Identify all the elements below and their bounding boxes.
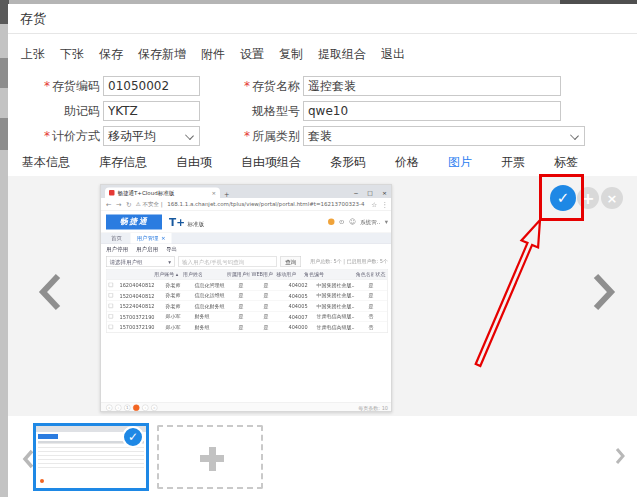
inventory-name-input[interactable] (303, 76, 561, 96)
toolbar-button[interactable]: 设置 (240, 46, 264, 62)
column-header: WEB用户 (249, 271, 274, 278)
browser-address-bar: ← → ↻ ⚠ 不安全 | 168.1.1.a.chanjet.com/tplu… (101, 198, 392, 211)
chanjet-logo: 畅捷通 (106, 214, 162, 229)
page-number: 1 (124, 405, 131, 412)
annotation-highlight-box (539, 174, 584, 221)
app-action-links: 用户停用用户启用导出 (101, 244, 392, 254)
app-action-link: 用户启用 (136, 245, 158, 253)
app-nav-tabs: 首页用户管理× (101, 233, 392, 244)
checkbox-icon (109, 314, 114, 319)
favicon-icon (109, 190, 115, 196)
tab[interactable]: 条形码 (330, 154, 366, 176)
column-header: 所属用户组 (225, 271, 250, 278)
add-image-dropzone[interactable] (157, 425, 263, 489)
checkbox-icon (109, 303, 114, 308)
category-select[interactable]: 套装 (303, 126, 585, 146)
maximize-icon: □ (367, 189, 373, 196)
url-text: 168.1.1.a.chanjet.com/tplus/view/portal/… (167, 201, 367, 208)
tab-close-icon: × (211, 190, 216, 197)
minimize-icon: − (353, 189, 358, 196)
thumbnails-scroll-right-button[interactable] (614, 446, 626, 466)
tab-strip: 基本信息库存信息自由项自由项组合条形码价格图片开票标签 (8, 154, 637, 176)
search-button: 查询 (280, 256, 301, 267)
user-search-input: 输入用户名/手机号码查询 (178, 256, 276, 267)
column-header: 角色名称 (354, 271, 374, 278)
toolbar-button[interactable]: 下张 (60, 46, 84, 62)
column-header: 移动用户 (274, 271, 302, 278)
row-checkbox-cell (107, 303, 118, 309)
app-nav-tab: 首页 (105, 233, 131, 244)
back-icon: ← (106, 201, 111, 209)
table-row: 15700372190 郑小军 财务组 是 是 404007 甘肃电信高级版..… (107, 312, 388, 323)
toolbar-button[interactable]: 复制 (279, 46, 303, 62)
previous-image-button[interactable] (38, 272, 62, 312)
form-row: *存货编码 *存货名称 (8, 76, 637, 96)
column-header: 状态 (374, 271, 388, 278)
inventory-dialog: 存货 上张下张保存保存新增附件设置复制提取组合退出 *存货编码 *存货名称 助记… (8, 4, 637, 497)
tab[interactable]: 基本信息 (22, 154, 70, 176)
tab[interactable]: 自由项 (176, 154, 212, 176)
toolbar-button[interactable]: 提取组合 (318, 46, 366, 62)
row-checkbox-cell (107, 314, 118, 320)
new-tab-icon: + (224, 191, 229, 199)
app-nav-tab: 用户管理× (131, 233, 172, 244)
last-page-icon: » (151, 405, 158, 412)
user-group-select: 请选择用户组▾ (106, 256, 174, 267)
mnemonic-label: 助记码 (20, 103, 100, 120)
person-icon: ☺ (349, 218, 356, 226)
checkbox-icon (109, 282, 114, 287)
screenshot-browser-window: 畅捷通T+Cloud标准版 × + − □ × ← → ↻ ⚠ 不安全 | 16… (101, 185, 392, 412)
tab[interactable]: 开票 (501, 154, 525, 176)
underlying-window-edge (0, 118, 8, 150)
tab[interactable]: 价格 (395, 154, 419, 176)
mnemonic-input[interactable] (103, 101, 200, 121)
window-controls: − □ × (353, 189, 392, 198)
tab[interactable]: 自由项组合 (241, 154, 301, 176)
inventory-name-label: *存货名称 (200, 78, 300, 95)
required-mark: * (44, 129, 50, 143)
user-count-summary: 用户总数: 5个 | 已启用用户数: 5个 (310, 258, 388, 265)
inventory-code-input[interactable] (103, 76, 200, 96)
preview-image: 畅捷通T+Cloud标准版 × + − □ × ← → ↻ ⚠ 不安全 | 16… (100, 184, 392, 412)
chevron-down-icon (570, 131, 579, 140)
spec-input[interactable] (303, 101, 561, 121)
security-warning: ⚠ 不安全 | (136, 201, 163, 209)
required-mark: * (244, 129, 250, 143)
app-filter-row: 请选择用户组▾ 输入用户名/手机号码查询 查询 用户总数: 5个 | 已启用用户… (101, 254, 392, 269)
table-row: 15204040812 孙老师 信息化运维组 是 是 404005 中国集团社会… (107, 291, 388, 302)
chevron-down-icon (185, 131, 194, 140)
form-row: 助记码 规格型号 (8, 101, 637, 121)
spec-label: 规格型号 (200, 103, 300, 120)
row-checkbox-cell (107, 282, 118, 288)
tab[interactable]: 库存信息 (99, 154, 147, 176)
toolbar-button[interactable]: 附件 (201, 46, 225, 62)
toolbar-button[interactable]: 保存新增 (138, 46, 186, 62)
user-table-body: 16204040812 孙老师 信息化管理组 是 是 404002 中国集团社会… (107, 280, 388, 333)
reload-icon: ↻ (126, 201, 131, 209)
dialog-title: 存货 (8, 4, 637, 34)
row-checkbox-cell (107, 293, 118, 299)
close-icon: × (382, 189, 387, 196)
selected-check-badge: ✓ (122, 426, 144, 448)
toolbar-button[interactable]: 保存 (99, 46, 123, 62)
plus-icon (209, 447, 216, 471)
header-right-icons: ⊙ ☺ 系统管.. ▾ (328, 218, 388, 226)
first-page-icon: « (106, 405, 113, 412)
toolbar-button[interactable]: 退出 (381, 46, 405, 62)
empty-area (101, 333, 392, 402)
table-row: 15700372190 郑小军 财务组 是 是 404000 甘肃电信高级版..… (107, 322, 388, 333)
app-action-link: 用户停用 (106, 245, 128, 253)
next-image-button[interactable] (592, 272, 616, 312)
column-header: 用户账号 ▴ (152, 271, 181, 278)
required-mark: * (244, 79, 250, 93)
user-table: 用户账号 ▴用户姓名所属用户组WEB用户移动用户角色编号角色名称状态 16204… (106, 269, 388, 333)
remove-image-button[interactable]: × (601, 187, 623, 209)
pricing-method-select[interactable]: 移动平均 (103, 126, 200, 146)
product-name: T+ (169, 216, 185, 228)
tab[interactable]: 标签 (554, 154, 578, 176)
next-page-icon: › (142, 405, 149, 412)
table-row: 16204040812 孙老师 信息化管理组 是 是 404002 中国集团社会… (107, 280, 388, 291)
column-header: 用户姓名 (181, 271, 225, 278)
toolbar-button[interactable]: 上张 (21, 46, 45, 62)
current-page-indicator (133, 405, 140, 412)
